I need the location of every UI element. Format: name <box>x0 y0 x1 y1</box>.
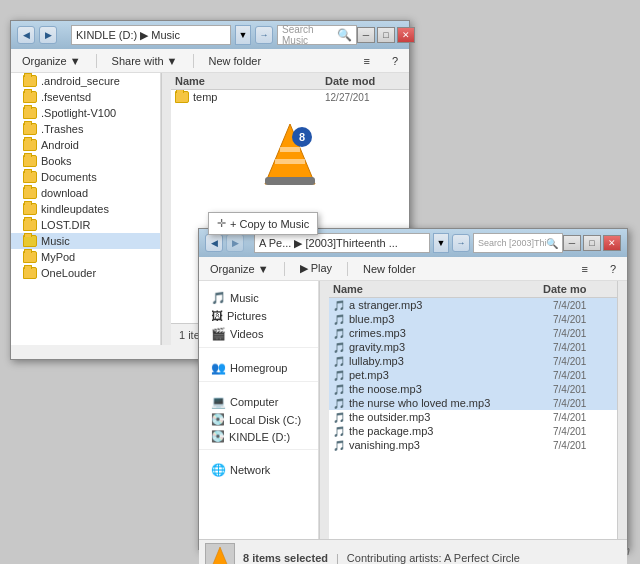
sidebar-item-fseventsd[interactable]: .fseventsd <box>11 89 160 105</box>
back-btn-1[interactable]: ◀ <box>17 26 35 44</box>
new-folder-btn-1[interactable]: New folder <box>202 52 269 70</box>
minimize-btn-2[interactable]: ─ <box>563 235 581 251</box>
sidebar-homegroup[interactable]: 👥 Homegroup <box>199 359 318 377</box>
file-row-6[interactable]: 🎵 the noose.mp3 7/4/201 <box>329 382 617 396</box>
folder-icon <box>23 219 37 231</box>
sidebar-pictures[interactable]: 🖼 Pictures <box>199 307 318 325</box>
folder-icon <box>23 267 37 279</box>
organize-menu-2[interactable]: Organize ▼ <box>203 260 276 278</box>
sep-3 <box>284 262 285 276</box>
disk-icon-c: 💽 <box>211 413 225 426</box>
sidebar-item-download[interactable]: download <box>11 185 160 201</box>
videos-icon: 🎬 <box>211 327 226 341</box>
sidebar-scroll-2[interactable] <box>319 281 329 539</box>
folder-icon <box>23 187 37 199</box>
maximize-btn-2[interactable]: □ <box>583 235 601 251</box>
help-btn-2[interactable]: ? <box>603 260 623 278</box>
vlc-tooltip: ✛ + Copy to Music <box>208 212 318 235</box>
vlc-preview-area: 8 <box>171 104 409 204</box>
file-row-8[interactable]: 🎵 the outsider.mp3 7/4/201 <box>329 410 617 424</box>
address-dropdown-1[interactable]: ▼ <box>235 25 251 45</box>
sidebar-item-lostdir[interactable]: LOST.DIR <box>11 217 160 233</box>
address-dropdown-2[interactable]: ▼ <box>433 233 449 253</box>
search-icon-1: 🔍 <box>337 28 352 42</box>
address-bar-1[interactable]: KINDLE (D:) ▶ Music <box>71 25 231 45</box>
sidebar-local-disk[interactable]: 💽 Local Disk (C:) <box>199 411 318 428</box>
file-row-7[interactable]: 🎵 the nurse who loved me.mp3 7/4/201 <box>329 396 617 410</box>
close-btn-2[interactable]: ✕ <box>603 235 621 251</box>
mp3-icon: 🎵 <box>333 440 345 451</box>
menubar-1: Organize ▼ Share with ▼ New folder ≡ ? <box>11 49 409 73</box>
share-menu-1[interactable]: Share with ▼ <box>105 52 185 70</box>
folder-icon <box>23 107 37 119</box>
forward-btn-1[interactable]: ▶ <box>39 26 57 44</box>
file-row-temp[interactable]: temp 12/27/201 <box>171 90 409 104</box>
status-separator: | <box>336 552 339 564</box>
sidebar-scroll-1[interactable] <box>161 73 171 345</box>
new-folder-btn-2[interactable]: New folder <box>356 260 423 278</box>
title-bar-1: ◀ ▶ KINDLE (D:) ▶ Music ▼ → Search Music… <box>11 21 409 49</box>
file-row-4[interactable]: 🎵 lullaby.mp3 7/4/201 <box>329 354 617 368</box>
status-artist: Contributing artists: A Perfect Circle <box>347 552 520 564</box>
organize-menu-1[interactable]: Organize ▼ <box>15 52 88 70</box>
sidebar-item-books[interactable]: Books <box>11 153 160 169</box>
sidebar-item-trashes[interactable]: .Trashes <box>11 121 160 137</box>
sep-1 <box>96 54 97 68</box>
file-row-0[interactable]: 🎵 a stranger.mp3 7/4/201 <box>329 298 617 312</box>
svg-rect-1 <box>265 177 315 185</box>
homegroup-icon: 👥 <box>211 361 226 375</box>
file-row-2[interactable]: 🎵 crimes.mp3 7/4/201 <box>329 326 617 340</box>
file-list-header-2: Name Date mo <box>329 281 617 298</box>
mp3-icon: 🎵 <box>333 426 345 437</box>
mp3-icon: 🎵 <box>333 300 345 311</box>
sidebar-item-music[interactable]: Music <box>11 233 160 249</box>
file-row-9[interactable]: 🎵 the package.mp3 7/4/201 <box>329 424 617 438</box>
file-row-1[interactable]: 🎵 blue.mp3 7/4/201 <box>329 312 617 326</box>
sep-4 <box>347 262 348 276</box>
album-art-icon <box>207 545 233 565</box>
file-list-2: 🎵 a stranger.mp3 7/4/201 🎵 blue.mp3 7/4/… <box>329 298 617 539</box>
refresh-btn-2[interactable]: → <box>452 234 470 252</box>
help-btn-1[interactable]: ? <box>385 52 405 70</box>
close-btn-1[interactable]: ✕ <box>397 27 415 43</box>
file-row-10[interactable]: 🎵 vanishing.mp3 7/4/201 <box>329 438 617 452</box>
sidebar-item-documents[interactable]: Documents <box>11 169 160 185</box>
music-icon: 🎵 <box>211 291 226 305</box>
sidebar-item-android[interactable]: Android <box>11 137 160 153</box>
minimize-btn-1[interactable]: ─ <box>357 27 375 43</box>
sidebar-music[interactable]: 🎵 Music <box>199 289 318 307</box>
forward-btn-2[interactable]: ▶ <box>226 234 244 252</box>
file-row-5[interactable]: 🎵 pet.mp3 7/4/201 <box>329 368 617 382</box>
refresh-btn-1[interactable]: → <box>255 26 273 44</box>
folder-icon <box>23 91 37 103</box>
search-bar-2[interactable]: Search [2003]Thirteenth... 🔍 <box>473 233 563 253</box>
sidebar-network[interactable]: 🌐 Network <box>199 461 318 479</box>
file-row-3[interactable]: 🎵 gravity.mp3 7/4/201 <box>329 340 617 354</box>
file-scroll-2[interactable] <box>617 281 627 539</box>
title-bar-left-2: ◀ ▶ A Pe... ▶ [2003]Thirteenth ... ▼ → S… <box>205 233 563 253</box>
sidebar-item-onelouder[interactable]: OneLouder <box>11 265 160 281</box>
mp3-icon: 🎵 <box>333 398 345 409</box>
pictures-icon: 🖼 <box>211 309 223 323</box>
sidebar-item-spotlight[interactable]: .Spotlight-V100 <box>11 105 160 121</box>
folder-icon-selected <box>23 235 37 247</box>
mp3-icon: 🎵 <box>333 412 345 423</box>
search-bar-1[interactable]: Search Music 🔍 <box>277 25 357 45</box>
back-btn-2[interactable]: ◀ <box>205 234 223 252</box>
sidebar-videos[interactable]: 🎬 Videos <box>199 325 318 343</box>
svg-rect-3 <box>275 159 305 164</box>
view-btn-2[interactable]: ≡ <box>574 260 594 278</box>
sidebar-kindle[interactable]: 💽 KINDLE (D:) <box>199 428 318 445</box>
sidebar-item-kindleupdates[interactable]: kindleupdates <box>11 201 160 217</box>
view-btn-1[interactable]: ≡ <box>356 52 376 70</box>
sidebar-item-mypod[interactable]: MyPod <box>11 249 160 265</box>
play-btn-2[interactable]: ▶ Play <box>293 259 339 278</box>
folder-icon <box>23 251 37 263</box>
address-bar-2[interactable]: A Pe... ▶ [2003]Thirteenth ... <box>254 233 430 253</box>
mp3-icon: 🎵 <box>333 314 345 325</box>
sidebar-item-android-secure[interactable]: .android_secure <box>11 73 160 89</box>
sidebar-computer[interactable]: 💻 Computer <box>199 393 318 411</box>
folder-icon <box>23 155 37 167</box>
maximize-btn-1[interactable]: □ <box>377 27 395 43</box>
network-icon: 🌐 <box>211 463 226 477</box>
